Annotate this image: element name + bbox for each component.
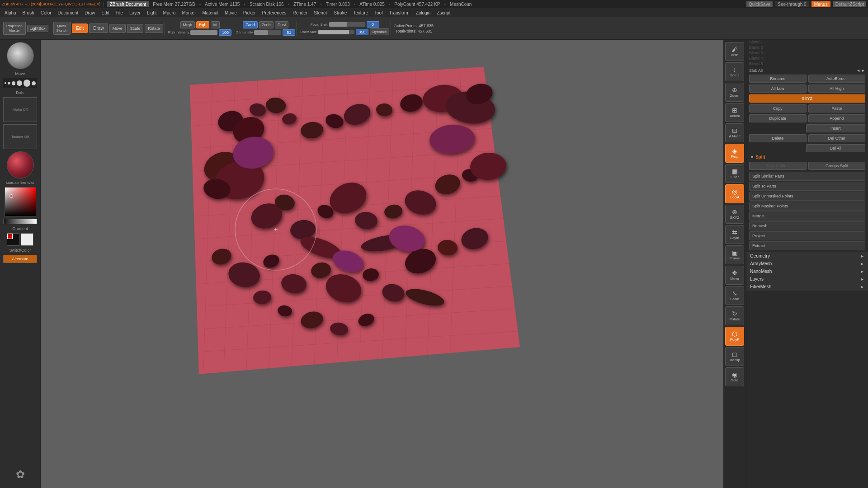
- split-masked-btn[interactable]: Split Masked Points: [749, 202, 865, 211]
- menu-item-texture[interactable]: Texture: [350, 9, 371, 16]
- split-similar-parts-btn[interactable]: Split Similar Parts: [749, 172, 865, 181]
- menu-item-file[interactable]: File: [113, 9, 126, 16]
- edit-btn[interactable]: Edit: [72, 23, 88, 33]
- draw-size-slider[interactable]: [318, 30, 354, 34]
- all-low-btn[interactable]: All Low: [749, 84, 807, 93]
- doc-btn[interactable]: ZBrush Document: [107, 1, 149, 7]
- z-intensity-slider[interactable]: [254, 30, 281, 35]
- paste-btn[interactable]: Paste: [808, 104, 866, 113]
- perp-icon-btn[interactable]: ◈ Perp: [725, 144, 744, 163]
- groups-split-btn[interactable]: Groups Split: [808, 162, 866, 170]
- zadd-btn[interactable]: Zadd: [243, 21, 258, 28]
- lightbox-btn[interactable]: LightBox: [27, 25, 48, 32]
- mrgb-btn[interactable]: Mrgb: [180, 21, 195, 28]
- dust-btn[interactable]: Dust: [275, 21, 289, 28]
- rotate-btn[interactable]: Rotate: [145, 24, 163, 33]
- menu-item-zplugin[interactable]: Zplugin: [413, 9, 434, 16]
- sxyz-btn[interactable]: SXYZ: [749, 94, 865, 103]
- rgb-intensity-slider[interactable]: [190, 30, 217, 35]
- color-picker[interactable]: [5, 187, 36, 216]
- remesh-btn[interactable]: Remesh: [749, 221, 865, 230]
- menu-item-macro[interactable]: Macro: [160, 9, 179, 16]
- menu-item-zscript[interactable]: Zscript: [434, 9, 453, 16]
- append-btn[interactable]: Append: [808, 114, 866, 122]
- del-all-btn[interactable]: Del All: [806, 144, 866, 152]
- duplicate-btn[interactable]: Duplicate: [749, 114, 807, 122]
- scroll-icon-btn[interactable]: ↕ Scroll: [725, 62, 744, 81]
- arraymesh-header[interactable]: ArrayMesh ►: [746, 260, 868, 267]
- lzym-icon-btn[interactable]: ⇆ LZym: [725, 225, 744, 244]
- scale-icon-btn[interactable]: ⤡ Scale: [725, 286, 744, 305]
- zoom-icon-btn[interactable]: ⊕ Zoom: [725, 83, 744, 102]
- brush-icon-btn[interactable]: 🖌 Brsh: [725, 42, 744, 61]
- delete-btn[interactable]: Delete: [749, 134, 807, 142]
- brush-preview[interactable]: [7, 42, 34, 69]
- zcub-btn[interactable]: Zcub: [259, 21, 274, 28]
- menu-item-material[interactable]: Material: [200, 9, 222, 16]
- merge-btn[interactable]: Merge: [749, 211, 865, 221]
- default-script[interactable]: DefaultZScript: [833, 1, 866, 7]
- texture-preview[interactable]: Texture Off: [3, 124, 37, 149]
- menu-item-transform[interactable]: Transform: [386, 9, 412, 16]
- menu-item-draw[interactable]: Draw: [82, 9, 98, 16]
- menu-item-layer[interactable]: Layer: [127, 9, 143, 16]
- nanomesh-header[interactable]: NanoMesh ►: [746, 267, 868, 275]
- frame-icon-btn[interactable]: ▣ Frame: [725, 245, 744, 264]
- extract-btn[interactable]: Extract: [749, 241, 865, 250]
- rename-btn[interactable]: Rename: [749, 75, 807, 83]
- menu-item-render[interactable]: Render: [290, 9, 311, 16]
- solo-icon-btn[interactable]: ◉ Solo: [725, 367, 744, 386]
- rotate-icon-btn[interactable]: ↻ Rotate: [725, 306, 744, 325]
- menu-item-stencil[interactable]: Stencil: [311, 9, 330, 16]
- menus-btn[interactable]: Menus: [811, 1, 830, 7]
- split-to-parts-btn[interactable]: Split To Parts: [749, 182, 865, 191]
- transp-icon-btn[interactable]: ◻ Transp: [725, 347, 744, 366]
- dynamic-btn[interactable]: Dynamic: [370, 28, 389, 35]
- menu-item-edit[interactable]: Edit: [99, 9, 112, 16]
- viewport[interactable]: [41, 40, 746, 488]
- local-icon-btn[interactable]: ◎ Local: [725, 184, 744, 203]
- see-through[interactable]: See-through 0: [775, 1, 808, 7]
- quicksave-btn[interactable]: QuickSave: [746, 1, 773, 7]
- canvas-area[interactable]: [41, 40, 746, 488]
- draw-btn[interactable]: Draw: [89, 23, 108, 33]
- fibermesh-header[interactable]: FiberMesh ►: [746, 283, 868, 291]
- focal-shift-slider[interactable]: [329, 22, 365, 27]
- dots-preview[interactable]: [3, 78, 37, 88]
- move-btn[interactable]: Move: [109, 24, 126, 33]
- menu-item-picker[interactable]: Picker: [241, 9, 259, 16]
- swatch-white[interactable]: [21, 233, 33, 246]
- layers-header[interactable]: Layers ►: [746, 275, 868, 283]
- rgb-btn[interactable]: Rgb: [196, 21, 209, 28]
- project-btn[interactable]: Project: [749, 231, 865, 240]
- menu-item-tool[interactable]: Tool: [372, 9, 385, 16]
- menu-item-preferences[interactable]: Preferences: [259, 9, 289, 16]
- alternate-btn[interactable]: Alternate: [3, 255, 37, 263]
- move-icon-btn[interactable]: ✥ Move: [725, 266, 744, 285]
- menu-item-light[interactable]: Light: [144, 9, 160, 16]
- aahalf-icon-btn[interactable]: ⊟ AAHalf: [725, 123, 744, 142]
- menu-item-marker[interactable]: Marker: [179, 9, 198, 16]
- scale-btn[interactable]: Scale: [127, 24, 144, 33]
- actual-icon-btn[interactable]: ⊞ Actual: [725, 103, 744, 122]
- all-high-btn[interactable]: All High: [808, 84, 866, 93]
- split-hidden-btn[interactable]: Split Hidden: [749, 162, 807, 170]
- m-toggle-btn[interactable]: M: [211, 21, 220, 28]
- menu-item-color[interactable]: Color: [38, 9, 54, 16]
- split-unmasked-btn[interactable]: Split Unmasked Points: [749, 192, 865, 201]
- menu-item-alpha[interactable]: Alpha: [2, 9, 19, 16]
- alpha-preview[interactable]: Alpha Off: [3, 97, 37, 122]
- menu-item-document[interactable]: Document: [55, 9, 81, 16]
- menu-item-brush[interactable]: Brush: [20, 9, 37, 16]
- copy-btn[interactable]: Copy: [749, 104, 807, 113]
- projection-master-btn[interactable]: Projection Master: [3, 22, 26, 35]
- polyf-icon-btn[interactable]: ⬡ PolyF: [725, 327, 744, 346]
- geometry-header[interactable]: Geometry ►: [746, 252, 868, 260]
- insert-btn[interactable]: Insert: [806, 124, 866, 132]
- gradient-bar[interactable]: [3, 219, 37, 224]
- auto-border-btn[interactable]: AutoBorder: [808, 75, 866, 83]
- del-other-btn[interactable]: Del Other: [808, 134, 866, 142]
- menu-item-stroke[interactable]: Stroke: [331, 9, 349, 16]
- sxyz-icon-btn[interactable]: ⊛ SXYZ: [725, 205, 744, 224]
- quick-sketch-btn[interactable]: Quick Sketch: [53, 22, 71, 35]
